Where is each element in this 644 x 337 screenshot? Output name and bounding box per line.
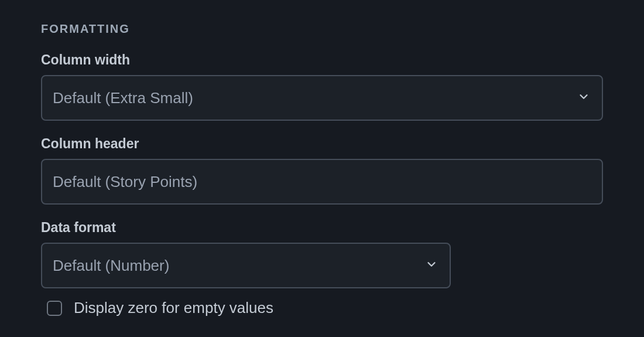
input-column-header-wrapper [41, 159, 603, 205]
select-column-width[interactable]: Default (Extra Small) [41, 75, 603, 121]
input-column-header[interactable] [41, 159, 603, 205]
label-column-header: Column header [41, 136, 603, 152]
select-column-width-value[interactable]: Default (Extra Small) [41, 75, 603, 121]
field-group-column-width: Column width Default (Extra Small) [41, 52, 603, 121]
label-column-width: Column width [41, 52, 603, 68]
section-header-formatting: FORMATTING [41, 22, 603, 36]
select-data-format-value[interactable]: Default (Number) [41, 243, 451, 288]
field-group-data-format: Data format Default (Number) Display zer… [41, 220, 603, 317]
checkbox-label-display-zero[interactable]: Display zero for empty values [74, 299, 273, 317]
select-data-format[interactable]: Default (Number) [41, 243, 451, 288]
checkbox-display-zero[interactable] [47, 301, 62, 316]
field-group-column-header: Column header [41, 136, 603, 205]
checkbox-row-display-zero: Display zero for empty values [41, 299, 603, 317]
label-data-format: Data format [41, 220, 603, 236]
